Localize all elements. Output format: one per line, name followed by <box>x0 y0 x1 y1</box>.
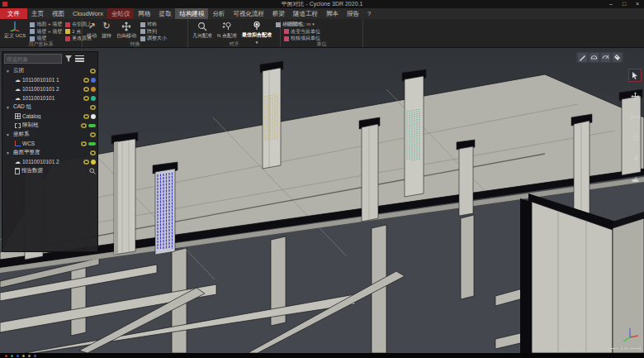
tree-group-clouds[interactable]: ▾ 云团 <box>4 66 96 75</box>
mirror-item[interactable]: 对称 <box>140 21 167 28</box>
tree-item-catalog[interactable]: Catalog <box>4 112 96 121</box>
tab-total-station[interactable]: 全站仪 <box>107 8 135 19</box>
tree-item-report-data[interactable]: 报告数据 <box>4 166 96 175</box>
ucs-wall-wall[interactable]: 墙壁 + 墙壁 <box>30 29 62 36</box>
tab-help[interactable]: ? <box>363 8 375 19</box>
move-button[interactable]: ↗ 移动 <box>86 21 97 41</box>
ribbon-group-units: 当前单位: m▾ 改变当前单位 校核项目单位 单位 <box>281 19 363 47</box>
n-point-registration-button[interactable]: N 点配准 <box>216 21 238 41</box>
close-button[interactable]: × <box>631 0 644 8</box>
navigation-toolbar <box>628 69 642 185</box>
visibility-eye-icon[interactable] <box>83 160 89 165</box>
fit-width-button[interactable] <box>628 110 642 123</box>
rotate-icon: ↻ <box>102 21 110 31</box>
toggle-pill[interactable] <box>88 142 96 146</box>
visibility-eye-icon[interactable] <box>90 69 96 74</box>
color-swatch[interactable] <box>91 160 96 165</box>
tab-visual-flow[interactable]: 可视化流程 <box>229 8 268 19</box>
best-fit-registration-button[interactable]: 最佳拟合配准 ▾ <box>241 21 272 41</box>
transform-small-col: 对称 阵列 调整大小 <box>140 21 167 41</box>
minimize-button[interactable]: – <box>604 0 618 8</box>
caret-down-icon[interactable]: ▾ <box>7 132 12 137</box>
tree-item-cloud-1[interactable]: ☁ 10110010101 1 <box>4 75 96 84</box>
change-units-item[interactable]: 改变当前单位 <box>284 29 320 36</box>
tree-item-limit-box[interactable]: 限制框 <box>4 121 96 130</box>
tab-mesh[interactable]: 网格 <box>134 8 154 19</box>
visibility-eye-icon[interactable] <box>83 87 89 92</box>
define-ucs-button[interactable]: 定义 UCS <box>3 21 26 41</box>
select-cursor-button[interactable] <box>628 69 642 82</box>
maximize-button[interactable]: □ <box>618 0 631 8</box>
visibility-eye-icon[interactable] <box>83 114 89 119</box>
two-points-icon <box>65 29 70 34</box>
visibility-eye-icon[interactable] <box>90 105 96 110</box>
change-units-icon <box>284 29 289 34</box>
geometric-registration-button[interactable]: 几何配准 <box>192 21 213 41</box>
tree-group-surface-flatness[interactable]: ▾ 曲面平整度 <box>4 148 96 157</box>
group-label-units: 单位 <box>281 41 362 47</box>
tree-item-cloud-2[interactable]: ☁ 10110010101 2 <box>4 84 96 93</box>
caret-down-icon[interactable]: ▾ <box>7 105 12 110</box>
color-swatch[interactable] <box>91 114 96 119</box>
fly-through-button[interactable] <box>628 151 642 165</box>
toggle-pill[interactable] <box>88 124 96 127</box>
visibility-eye-icon[interactable] <box>83 96 89 101</box>
tree-group-coordinate-systems[interactable]: ▾ 坐标系 <box>4 130 96 139</box>
magnifier-pin-icon <box>197 21 207 31</box>
free-move-button[interactable]: 自由移动 <box>116 21 137 41</box>
measure-distance-button[interactable] <box>590 53 599 62</box>
panel-menu-icon[interactable] <box>75 55 84 62</box>
point-cloud-icon: ☁ <box>15 159 21 165</box>
tab-home[interactable]: 主页 <box>27 8 48 19</box>
tab-extract[interactable]: 提取 <box>154 8 175 19</box>
visibility-eye-icon[interactable] <box>83 78 89 83</box>
tree-item-label: Catalog <box>22 113 82 119</box>
tab-tunnel[interactable]: 隧道工程 <box>289 8 322 19</box>
caret-down-icon[interactable]: ▾ <box>7 150 12 155</box>
caret-down-icon[interactable]: ▾ <box>7 69 12 74</box>
tab-report[interactable]: 报告 <box>343 8 363 19</box>
visibility-eye-icon[interactable] <box>90 132 96 137</box>
label-tag-button[interactable] <box>613 53 622 62</box>
tree-group-cad[interactable]: ▾ CAD 组 <box>4 103 96 112</box>
tab-view[interactable]: 视图 <box>48 8 69 19</box>
measure-angle-button[interactable] <box>601 53 610 62</box>
pan-button[interactable] <box>628 89 642 103</box>
tab-file[interactable]: 文件 <box>0 8 27 19</box>
ribbon-tab-bar: 文件 主页 视图 CloudWorx 全站仪 网格 提取 结构建模 分析 可视化… <box>0 8 644 19</box>
walk-mode-button[interactable] <box>628 172 642 185</box>
tree-item-cloud-4[interactable]: ☁ 10110010101 2 <box>4 157 96 166</box>
color-swatch[interactable] <box>91 96 96 101</box>
tab-structure-modeling[interactable]: 结构建模 <box>175 8 208 19</box>
best-fit-pin-icon <box>252 21 262 31</box>
scale-line <box>630 348 640 349</box>
color-swatch[interactable] <box>91 87 96 92</box>
filter-funnel-icon[interactable] <box>64 55 73 63</box>
rotate-button[interactable]: ↻ 旋转 <box>101 21 112 41</box>
ribbon-spacer <box>363 19 644 47</box>
visibility-eye-icon[interactable] <box>81 123 87 128</box>
taskbar-icon <box>17 355 19 357</box>
annotate-pen-button[interactable] <box>578 53 587 62</box>
visibility-eye-icon[interactable] <box>90 150 96 155</box>
tree-item-wcs[interactable]: WCS <box>4 139 96 148</box>
filter-input[interactable] <box>4 54 62 64</box>
ucs-ground-wall[interactable]: 地面 + 墙壁 <box>30 21 62 28</box>
visibility-eye-icon[interactable] <box>81 141 87 146</box>
tab-cloudworx[interactable]: CloudWorx <box>69 8 107 19</box>
taskbar-icon <box>22 355 25 357</box>
current-units-dropdown[interactable]: 当前单位: m▾ <box>284 21 320 28</box>
tab-bridge[interactable]: 桥梁 <box>268 8 289 19</box>
tree-group-label: CAD 组 <box>13 103 88 111</box>
magnifier-icon[interactable] <box>89 168 96 174</box>
point-cloud-icon: ☁ <box>15 77 21 83</box>
tab-script[interactable]: 脚本 <box>322 8 343 19</box>
point-cloud-icon: ☁ <box>15 95 21 101</box>
window-title: 平面对比 - Cyclone 3DR 2020.1 <box>0 0 644 8</box>
orbit-button[interactable] <box>628 131 642 144</box>
tree-item-cloud-3[interactable]: ☁ 10110010101 <box>4 93 96 103</box>
color-swatch[interactable] <box>91 78 96 83</box>
tab-analysis[interactable]: 分析 <box>208 8 229 19</box>
tree-group-label: 坐标系 <box>13 131 88 138</box>
array-item[interactable]: 阵列 <box>140 29 167 36</box>
